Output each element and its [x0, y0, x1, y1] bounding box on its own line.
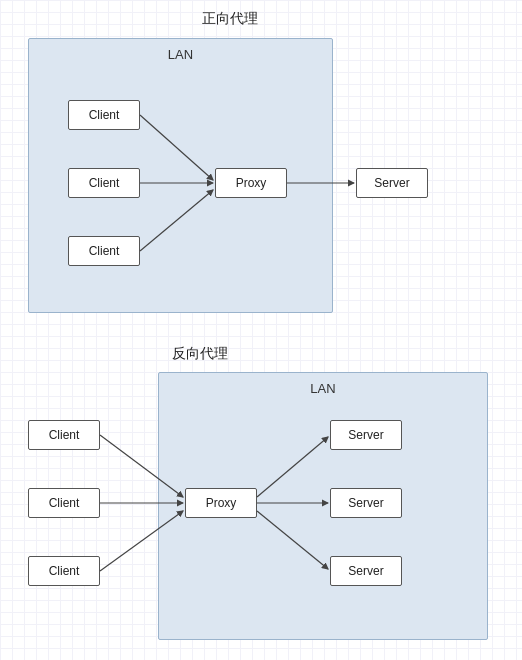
reverse-proxy-title: 反向代理: [100, 345, 300, 363]
reverse-lan-label: LAN: [310, 381, 335, 396]
reverse-server-3: Server: [330, 556, 402, 586]
forward-proxy-title: 正向代理: [130, 10, 330, 28]
diagram-container: 正向代理 LAN Client Client Client Proxy Serv…: [0, 0, 522, 660]
forward-lan-label: LAN: [168, 47, 193, 62]
reverse-server-2: Server: [330, 488, 402, 518]
reverse-server-1: Server: [330, 420, 402, 450]
reverse-client-1: Client: [28, 420, 100, 450]
forward-client-1: Client: [68, 100, 140, 130]
forward-proxy: Proxy: [215, 168, 287, 198]
forward-client-2: Client: [68, 168, 140, 198]
reverse-client-2: Client: [28, 488, 100, 518]
forward-server: Server: [356, 168, 428, 198]
reverse-client-3: Client: [28, 556, 100, 586]
reverse-proxy: Proxy: [185, 488, 257, 518]
forward-client-3: Client: [68, 236, 140, 266]
